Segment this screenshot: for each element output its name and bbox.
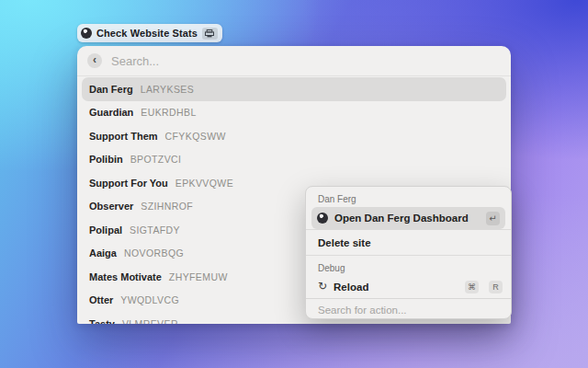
site-code: NOVORBQG [124, 247, 184, 259]
menu-section-label: Debug [306, 256, 511, 276]
site-favicon-icon [81, 28, 92, 39]
site-name: Observer [89, 201, 133, 212]
list-item-dan-ferg[interactable]: Dan Ferg LARYKSES [82, 77, 506, 101]
site-code: CFYKQSWW [165, 131, 226, 142]
action-search-input[interactable] [318, 305, 499, 316]
site-code: BPOTZVCI [130, 154, 182, 165]
site-name: Aaiga [89, 247, 117, 259]
site-code: VLMREVER [122, 318, 178, 324]
list-item-guardian[interactable]: Guardian EUKRDHBL [82, 101, 506, 125]
site-code: SIGTAFDY [130, 224, 180, 236]
site-name: Otter [89, 294, 113, 305]
site-name: Polibin [89, 154, 123, 165]
site-name: Dan Ferg [89, 84, 133, 95]
action-menu: Dan Ferg Open Dan Ferg Dashboard ↵ Delet… [305, 186, 512, 319]
site-code: EPKVVQWE [175, 178, 233, 189]
site-name: Guardian [89, 107, 133, 118]
menu-item-label: Delete site [318, 237, 371, 248]
command-key-icon: ⌘ [465, 281, 479, 293]
return-key-icon: ↵ [486, 212, 500, 225]
search-bar: ‹ [77, 46, 511, 76]
back-button[interactable]: ‹ [87, 53, 102, 68]
site-name: Support Them [89, 131, 158, 142]
command-pill-label: Check Website Stats [96, 28, 198, 39]
menu-section-label: Dan Ferg [306, 187, 511, 207]
shortcut-key-r: R [489, 281, 503, 293]
action-search-bar [306, 298, 511, 319]
site-name: Mates Motivate [89, 271, 162, 282]
menu-item-label: Reload [334, 282, 368, 293]
site-code: LARYKSES [141, 84, 194, 95]
site-code: EUKRDHBL [141, 107, 196, 118]
menu-item-reload[interactable]: ↻ Reload ⌘ R [306, 276, 511, 298]
menu-item-open-dashboard[interactable]: Open Dan Ferg Dashboard ↵ [311, 207, 505, 229]
site-code: SZIHNROF [141, 201, 193, 212]
command-pill[interactable]: Check Website Stats [77, 24, 222, 42]
site-favicon-icon [317, 213, 328, 224]
chevron-left-icon: ‹ [93, 54, 96, 65]
site-name: Support For You [89, 178, 168, 189]
search-input[interactable] [111, 54, 501, 68]
printer-icon [202, 28, 218, 40]
site-code: ZHYFEMUW [169, 271, 228, 282]
site-name: Tasty [89, 318, 115, 324]
list-item-support-them[interactable]: Support Them CFYKQSWW [82, 124, 506, 148]
reload-icon: ↻ [318, 281, 327, 292]
list-item-polibin[interactable]: Polibin BPOTZVCI [82, 148, 506, 172]
menu-item-delete-site[interactable]: Delete site [306, 230, 511, 255]
site-code: YWQDLVCG [120, 294, 179, 305]
menu-item-label: Open Dan Ferg Dashboard [334, 213, 469, 224]
site-name: Polipal [89, 224, 122, 236]
